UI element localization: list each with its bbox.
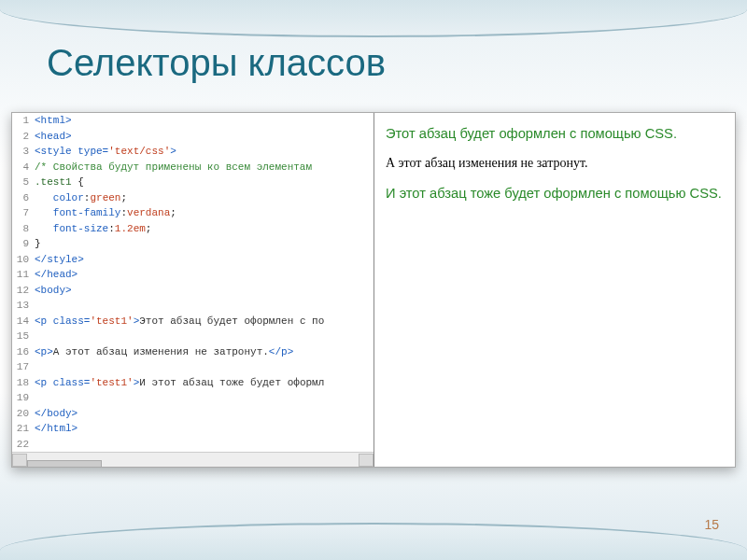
code-line: 1<html> xyxy=(12,113,374,129)
line-number: 11 xyxy=(12,267,35,283)
line-number: 6 xyxy=(12,190,35,206)
code-line: 15 xyxy=(12,329,374,344)
line-number: 20 xyxy=(12,406,35,422)
line-content: <body> xyxy=(35,283,72,299)
slide-bottom-curve xyxy=(0,523,747,560)
line-number: 17 xyxy=(12,359,35,375)
line-number: 16 xyxy=(12,344,35,360)
code-line: 3<style type='text/css'> xyxy=(12,144,374,160)
line-number: 3 xyxy=(12,144,35,160)
code-line: 13 xyxy=(12,298,374,314)
line-content: } xyxy=(35,236,41,252)
code-line: 21</html> xyxy=(12,421,374,437)
code-line: 12<body> xyxy=(12,283,374,299)
line-number: 8 xyxy=(12,221,35,237)
code-line: 8 font-size:1.2em; xyxy=(12,221,374,237)
line-number: 2 xyxy=(12,129,35,145)
line-content: .test1 { xyxy=(35,175,84,190)
code-line: 19 xyxy=(12,390,374,406)
code-line: 14<p class='test1'>Этот абзац будет офор… xyxy=(12,314,374,329)
line-number: 12 xyxy=(12,283,35,299)
line-number: 14 xyxy=(12,314,35,329)
line-content: color:green; xyxy=(35,190,127,206)
code-line: 10</style> xyxy=(12,252,374,268)
slide-title: Селекторы классов xyxy=(47,42,386,84)
line-number: 4 xyxy=(12,160,35,175)
code-line: 5.test1 { xyxy=(12,175,374,190)
line-number: 10 xyxy=(12,252,35,268)
code-editor-pane: 1<html>2<head>3<style type='text/css'>4/… xyxy=(12,113,374,467)
code-line: 7 font-family:verdana; xyxy=(12,205,374,221)
slide-top-curve xyxy=(0,0,747,37)
line-content: font-size:1.2em; xyxy=(35,221,151,237)
code-line: 16<p>А этот абзац изменения не затронут.… xyxy=(12,344,374,360)
line-content: <p class='test1'>И этот абзац тоже будет… xyxy=(35,375,324,391)
code-line: 4/* Свойства будут применены ко всем эле… xyxy=(12,160,374,175)
line-content: </html> xyxy=(35,421,78,437)
line-content: font-family:verdana; xyxy=(35,205,176,221)
scroll-right-button[interactable] xyxy=(359,454,374,467)
line-number: 1 xyxy=(12,113,35,129)
line-number: 9 xyxy=(12,236,35,252)
code-line: 11</head> xyxy=(12,267,374,283)
line-number: 13 xyxy=(12,298,35,314)
line-number: 5 xyxy=(12,175,35,190)
line-number: 21 xyxy=(12,421,35,437)
scroll-thumb[interactable] xyxy=(27,460,102,468)
code-lines: 1<html>2<head>3<style type='text/css'>4/… xyxy=(12,113,374,452)
line-content: /* Свойства будут применены ко всем элем… xyxy=(35,160,318,175)
code-line: 17 xyxy=(12,359,374,375)
line-content: <html> xyxy=(35,113,72,129)
code-line: 2<head> xyxy=(12,129,374,145)
line-content: <head> xyxy=(35,129,72,145)
code-line: 6 color:green; xyxy=(12,190,374,206)
line-content: </head> xyxy=(35,267,78,283)
line-content: </body> xyxy=(35,406,78,422)
code-line: 18<p class='test1'>И этот абзац тоже буд… xyxy=(12,375,374,391)
preview-paragraph-1: Этот абзац будет оформлен с помощью CSS. xyxy=(386,126,724,141)
line-number: 7 xyxy=(12,205,35,221)
code-line: 20</body> xyxy=(12,406,374,422)
preview-pane: Этот абзац будет оформлен с помощью CSS.… xyxy=(374,113,735,467)
line-content: <p>А этот абзац изменения не затронут.</… xyxy=(35,344,293,360)
code-line: 22 xyxy=(12,437,374,453)
line-number: 18 xyxy=(12,375,35,391)
scroll-left-button[interactable] xyxy=(12,454,27,467)
line-number: 15 xyxy=(12,329,35,344)
line-number: 19 xyxy=(12,390,35,406)
preview-paragraph-3: И этот абзац тоже будет оформлен с помощ… xyxy=(386,186,724,201)
horizontal-scrollbar[interactable] xyxy=(12,452,374,467)
preview-paragraph-2: А этот абзац изменения не затронут. xyxy=(386,156,724,171)
content-area: 1<html>2<head>3<style type='text/css'>4/… xyxy=(11,112,736,468)
page-number: 15 xyxy=(704,517,719,532)
line-content: <style type='text/css'> xyxy=(35,144,176,160)
code-line: 9} xyxy=(12,236,374,252)
line-content: </style> xyxy=(35,252,84,268)
line-content: <p class='test1'>Этот абзац будет оформл… xyxy=(35,314,324,329)
line-number: 22 xyxy=(12,437,35,453)
